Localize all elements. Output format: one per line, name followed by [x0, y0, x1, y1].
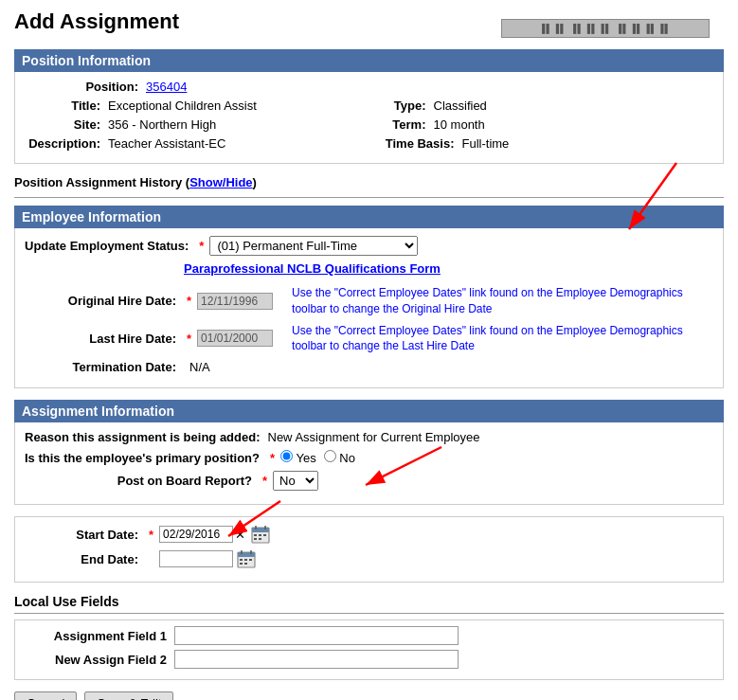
term-item: Term: 10 month: [369, 117, 714, 132]
local-field-1-row: Assignment Field 1: [25, 626, 713, 645]
primary-yes-label[interactable]: Yes: [280, 450, 316, 465]
history-label: Position Assignment History (Show/Hide): [14, 175, 257, 189]
site-value: 356 - Northern High: [108, 117, 216, 132]
title-item: Title: Exceptional Children Assist: [25, 99, 369, 113]
original-hire-note: Use the "Correct Employee Dates" link fo…: [292, 285, 690, 317]
last-hire-note: Use the "Correct Employee Dates" link fo…: [292, 323, 690, 355]
primary-required: *: [270, 451, 275, 465]
parapro-link[interactable]: Paraprofessional NCLB Qualifications For…: [184, 261, 441, 276]
position-information-section: Position Information Position: 356404 Ti…: [14, 49, 724, 164]
board-report-row: Post on Board Report? * NoYes: [25, 471, 713, 491]
position-value: 356404: [146, 80, 187, 94]
primary-no-label[interactable]: No: [324, 450, 355, 465]
original-hire-input[interactable]: [197, 293, 273, 310]
end-date-calendar-icon[interactable]: [237, 549, 256, 568]
start-date-required: *: [149, 528, 153, 542]
primary-radio-group: Yes No: [280, 450, 355, 465]
description-item: Description: Teacher Assistant-EC: [25, 136, 369, 151]
description-label: Description:: [25, 136, 100, 151]
primary-no-radio[interactable]: [324, 450, 336, 462]
primary-yes-radio[interactable]: [280, 450, 293, 462]
employment-status-required: *: [199, 239, 204, 253]
end-date-row: End Date:: [25, 549, 713, 568]
title-label: Title:: [25, 99, 100, 113]
type-value: Classified: [434, 99, 487, 113]
top-nav-bar: ▐▌▐▌ ▐▌▐▌▐▌ ▐▌▐▌▐▌▐▌: [501, 19, 710, 38]
save-edit-button[interactable]: Save & Edit: [84, 691, 173, 700]
history-divider: [14, 197, 724, 198]
board-report-select[interactable]: NoYes: [273, 471, 318, 491]
position-section-body: Position: 356404 Title: Exceptional Chil…: [14, 72, 724, 164]
last-hire-row: Last Hire Date: * Use the "Correct Emplo…: [25, 323, 713, 355]
assignment-section-wrapper: Assignment Information Reason this assig…: [14, 400, 724, 505]
nav-placeholder: ▐▌▐▌ ▐▌▐▌▐▌ ▐▌▐▌▐▌▐▌: [539, 24, 672, 33]
employee-section-header: Employee Information: [14, 206, 724, 228]
assignment-section-header: Assignment Information: [14, 400, 724, 422]
last-hire-input[interactable]: [197, 330, 273, 347]
original-hire-label: Original Hire Date:: [25, 294, 176, 308]
start-date-calendar-icon[interactable]: [251, 525, 270, 544]
position-section-header: Position Information: [14, 49, 724, 72]
start-date-input[interactable]: [159, 526, 233, 543]
local-field-2-label: New Assign Field 2: [25, 653, 167, 667]
start-date-clear[interactable]: ✕: [235, 528, 245, 542]
position-row: Position: 356404: [25, 80, 713, 94]
parapro-row: Paraprofessional NCLB Qualifications For…: [25, 261, 713, 279]
employee-section-body: Update Employment Status: * (01) Permane…: [14, 228, 724, 388]
svg-rect-16: [238, 552, 255, 557]
desc-timebasis-row: Description: Teacher Assistant-EC Time B…: [25, 136, 713, 151]
button-row: Cancel Save & Edit: [14, 691, 724, 700]
original-hire-row: Original Hire Date: * Use the "Correct E…: [25, 285, 713, 317]
term-value: 10 month: [434, 117, 485, 132]
local-header: Local Use Fields: [14, 594, 724, 609]
svg-rect-5: [252, 528, 269, 532]
description-value: Teacher Assistant-EC: [108, 136, 225, 151]
termination-row: Termination Date: N/A: [25, 360, 713, 374]
svg-rect-8: [254, 534, 257, 536]
title-type-row: Title: Exceptional Children Assist Type:…: [25, 99, 713, 113]
position-label: Position:: [25, 80, 138, 94]
local-section-body: Assignment Field 1 New Assign Field 2: [14, 619, 724, 680]
local-field-2-input[interactable]: [174, 650, 459, 669]
board-report-label: Post on Board Report?: [25, 474, 252, 488]
svg-rect-21: [249, 559, 252, 561]
board-report-required: *: [262, 474, 267, 488]
svg-rect-22: [240, 563, 243, 565]
time-basis-value: Full-time: [462, 136, 510, 151]
cancel-button[interactable]: Cancel: [14, 691, 77, 700]
dates-section-body: Start Date: * ✕: [14, 516, 724, 583]
local-divider: [14, 613, 724, 614]
time-basis-label: Time Basis:: [369, 136, 455, 151]
primary-row: Is this the employee's primary position?…: [25, 450, 713, 465]
svg-rect-23: [244, 563, 247, 565]
reason-value: New Assignment for Current Employee: [268, 430, 480, 444]
employment-status-label: Update Employment Status:: [25, 239, 189, 253]
svg-rect-10: [263, 534, 266, 536]
type-label: Type:: [369, 99, 426, 113]
svg-rect-12: [259, 538, 261, 540]
dates-section-wrapper: Start Date: * ✕: [14, 516, 724, 583]
last-hire-required: *: [187, 332, 191, 346]
local-use-section: Local Use Fields Assignment Field 1 New …: [14, 594, 724, 680]
show-hide-link[interactable]: Show/Hide: [189, 175, 252, 189]
end-date-input[interactable]: [159, 550, 233, 567]
reason-row: Reason this assignment is being added: N…: [25, 430, 713, 444]
end-date-label: End Date:: [25, 552, 138, 566]
start-date-row: Start Date: * ✕: [25, 525, 713, 544]
local-field-2-row: New Assign Field 2: [25, 650, 713, 669]
svg-rect-20: [244, 559, 247, 561]
site-item: Site: 356 - Northern High: [25, 117, 369, 132]
employment-status-select[interactable]: (01) Permanent Full-Time(02) Temporary(0…: [209, 236, 418, 256]
primary-label: Is this the employee's primary position?: [25, 451, 260, 465]
employee-section-wrapper: Employee Information Update Employment S…: [14, 206, 724, 388]
termination-value: N/A: [189, 360, 210, 374]
page-title: Add Assignment: [14, 9, 179, 34]
timebasis-item: Time Basis: Full-time: [369, 136, 714, 151]
svg-rect-19: [240, 559, 243, 561]
svg-rect-11: [254, 538, 257, 540]
title-value: Exceptional Children Assist: [108, 99, 257, 113]
position-link[interactable]: 356404: [146, 80, 187, 94]
assignment-section-body: Reason this assignment is being added: N…: [14, 422, 724, 505]
last-hire-label: Last Hire Date:: [25, 332, 176, 346]
local-field-1-input[interactable]: [174, 626, 459, 645]
